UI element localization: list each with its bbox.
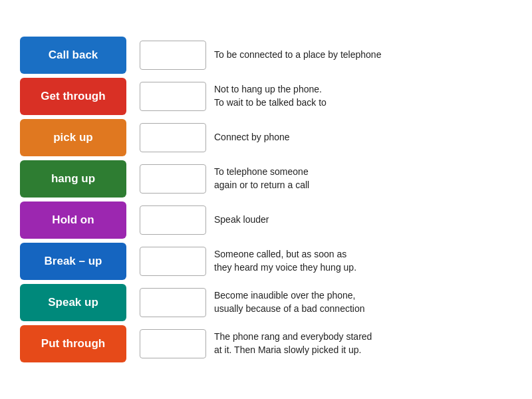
phrase-btn-get-through[interactable]: Get through xyxy=(20,78,126,115)
definition-row-def-3: Connect by phone xyxy=(140,119,512,156)
drop-box-def-2[interactable] xyxy=(140,82,206,111)
definition-text-def-5: Speak louder xyxy=(214,213,269,227)
main-container: Call backGet throughpick uphang upHold o… xyxy=(0,23,532,376)
definition-row-def-1: To be connected to a place by telephone xyxy=(140,37,512,74)
definition-row-def-2: Not to hang up the phone.To wait to be t… xyxy=(140,78,512,115)
definition-row-def-6: Someone called, but as soon asthey heard… xyxy=(140,243,512,280)
definition-row-def-4: To telephone someoneagain or to return a… xyxy=(140,160,512,198)
phrase-btn-hang-up[interactable]: hang up xyxy=(20,160,126,198)
definition-row-def-8: The phone rang and everybody staredat it… xyxy=(140,325,512,362)
definition-row-def-7: Become inaudible over the phone,usually … xyxy=(140,284,512,321)
definition-text-def-3: Connect by phone xyxy=(214,131,290,144)
definition-text-def-1: To be connected to a place by telephone xyxy=(214,49,381,62)
definition-text-def-2: Not to hang up the phone.To wait to be t… xyxy=(214,83,327,109)
drop-box-def-1[interactable] xyxy=(140,41,206,70)
drop-box-def-5[interactable] xyxy=(140,205,206,235)
phrase-btn-put-through[interactable]: Put through xyxy=(20,325,126,362)
definition-text-def-4: To telephone someoneagain or to return a… xyxy=(214,166,309,192)
drop-box-def-6[interactable] xyxy=(140,247,206,276)
phrase-btn-hold-on[interactable]: Hold on xyxy=(20,201,126,239)
definitions-column: To be connected to a place by telephoneN… xyxy=(140,37,512,362)
drop-box-def-7[interactable] xyxy=(140,288,206,317)
definition-text-def-8: The phone rang and everybody staredat it… xyxy=(214,331,372,356)
phrase-btn-pick-up[interactable]: pick up xyxy=(20,119,126,156)
definition-text-def-6: Someone called, but as soon asthey heard… xyxy=(214,248,356,274)
phrase-btn-speak-up[interactable]: Speak up xyxy=(20,284,126,321)
drop-box-def-4[interactable] xyxy=(140,164,206,194)
drop-box-def-8[interactable] xyxy=(140,329,206,358)
definition-row-def-5: Speak louder xyxy=(140,201,512,239)
definition-text-def-7: Become inaudible over the phone,usually … xyxy=(214,289,365,315)
phrases-column: Call backGet throughpick uphang upHold o… xyxy=(20,37,126,362)
phrase-btn-call-back[interactable]: Call back xyxy=(20,37,126,74)
drop-box-def-3[interactable] xyxy=(140,123,206,152)
phrase-btn-break-up[interactable]: Break – up xyxy=(20,243,126,280)
